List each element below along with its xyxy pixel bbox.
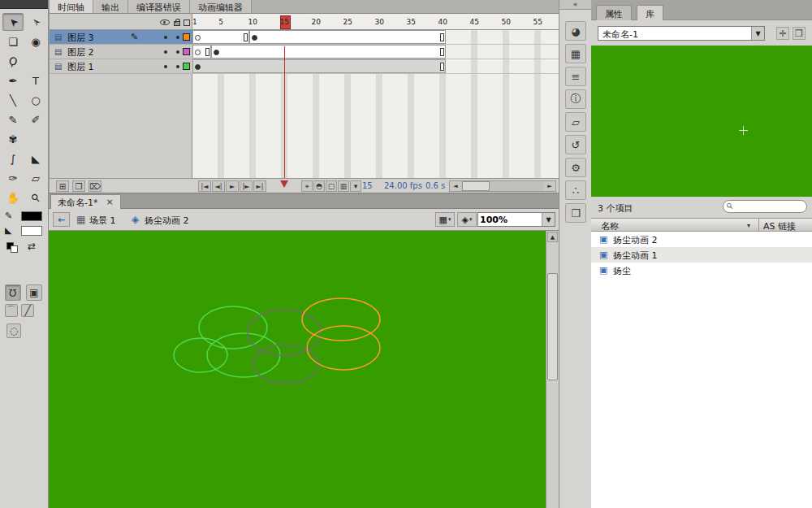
frame-span[interactable] — [211, 45, 446, 59]
eraser-tool[interactable]: ▱ — [25, 169, 46, 187]
bone-tool[interactable]: ∫ — [2, 150, 24, 167]
layer-name[interactable]: 图层 3 — [67, 32, 94, 44]
column-as-linkage[interactable]: AS 链接 — [763, 220, 796, 232]
library-search-input[interactable] — [738, 202, 803, 211]
layer-lock-dot[interactable] — [176, 36, 179, 39]
object-drawing-button[interactable]: ▣ — [26, 284, 42, 301]
library-item-row[interactable]: ▣扬尘 — [591, 263, 812, 278]
stage-scrollbar-thumb[interactable] — [547, 273, 558, 380]
eyedropper-tool[interactable]: ✑ — [2, 169, 24, 187]
zoom-tool[interactable]: ⚲ — [25, 189, 46, 206]
layer-row[interactable]: ▤图层 3✎ — [50, 30, 192, 45]
layer-visibility-dot[interactable] — [164, 50, 167, 54]
layer-outline-color-swatch[interactable] — [183, 33, 190, 41]
column-name[interactable]: 名称 — [601, 220, 619, 232]
pen-tool[interactable]: ✒ — [2, 72, 24, 89]
info-panel-icon[interactable]: ⓘ — [565, 89, 586, 109]
onion-skin-button[interactable]: ◓ — [313, 180, 325, 192]
scrollbar-thumb[interactable] — [462, 181, 490, 191]
lasso-tool[interactable]: Ϙ — [2, 52, 24, 70]
brush-tool[interactable]: ✐ — [25, 111, 46, 128]
fill-color-control[interactable]: ◣ — [3, 224, 45, 237]
gray-ellipse-2[interactable] — [253, 345, 318, 384]
library-document-select[interactable]: 未命名-1 ▼ — [598, 26, 765, 41]
frame-ruler[interactable]: 1510152025303540455055 — [192, 14, 559, 30]
frames-grid[interactable] — [192, 30, 559, 178]
frame-row[interactable] — [192, 59, 559, 74]
library-item-row[interactable]: ▣扬尘动画 1 — [591, 247, 812, 263]
smooth-button[interactable]: ⌒ — [5, 304, 18, 317]
edit-multiple-frames-button[interactable]: ▥ — [338, 180, 349, 192]
lock-all-layers-icon[interactable] — [174, 21, 180, 26]
library-document-dropdown-arrow[interactable]: ▼ — [751, 27, 764, 40]
go-to-first-frame-button[interactable]: |◄ — [198, 180, 211, 192]
frame-span[interactable] — [192, 30, 249, 44]
step-forward-button[interactable]: |► — [240, 180, 253, 192]
new-layer-button[interactable]: ⊞ — [56, 180, 69, 192]
layer-name[interactable]: 图层 2 — [67, 46, 94, 59]
3d-rotation-tool[interactable]: ◉ — [25, 33, 46, 50]
stroke-color-control[interactable]: ✎ — [3, 210, 45, 223]
color-panel-icon[interactable]: ◕ — [565, 21, 586, 41]
line-tool[interactable]: ╲ — [2, 91, 24, 109]
scroll-up-arrow[interactable]: ▲ — [547, 232, 558, 242]
new-library-panel-button[interactable]: ❒ — [793, 27, 806, 40]
green-ellipse-3[interactable] — [174, 338, 227, 372]
timeline-tab-0[interactable]: 时间轴 — [50, 0, 93, 13]
show-hide-all-layers-icon[interactable] — [160, 20, 170, 25]
document-tab[interactable]: 未命名-1* × — [50, 194, 121, 209]
history-panel-icon[interactable]: ↺ — [565, 135, 586, 154]
scroll-left-arrow[interactable]: ◄ — [450, 181, 461, 191]
symbol-breadcrumb[interactable]: 扬尘动画 2 — [145, 215, 189, 227]
tool-option-button[interactable]: ◌ — [6, 323, 21, 338]
green-ellipse-1[interactable] — [199, 306, 267, 349]
stage-vertical-scrollbar[interactable]: ▲ — [546, 231, 559, 508]
layer-row[interactable]: ▤图层 1 — [50, 59, 192, 74]
go-to-last-frame-button[interactable]: ►| — [253, 180, 266, 192]
stroke-color-swatch[interactable] — [21, 211, 42, 221]
back-button[interactable]: ← — [53, 212, 70, 227]
library-item-name[interactable]: 扬尘动画 1 — [613, 250, 658, 262]
layer-outline-color-swatch[interactable] — [183, 48, 190, 55]
deco-tool[interactable]: ✾ — [2, 130, 24, 148]
modify-markers-button[interactable]: ▾ — [350, 180, 361, 192]
onion-skin-outlines-button[interactable]: ▢ — [326, 180, 337, 192]
hand-tool[interactable]: ✋ — [2, 189, 24, 206]
orange-ellipse-2[interactable] — [307, 326, 380, 370]
free-transform-tool[interactable]: ❏ — [2, 33, 24, 50]
align-panel-icon[interactable]: ≡ — [565, 67, 586, 86]
layer-visibility-dot[interactable] — [164, 65, 167, 68]
straighten-button[interactable]: ╱ — [21, 304, 34, 317]
playhead-bottom-marker[interactable] — [280, 180, 288, 188]
playhead-line[interactable] — [284, 46, 285, 178]
library-item-name[interactable]: 扬尘动画 2 — [613, 234, 658, 246]
pin-library-button[interactable]: ✛ — [776, 27, 789, 40]
black-white-button-fill[interactable] — [11, 245, 18, 253]
components-panel-icon[interactable]: ⚙ — [565, 158, 586, 177]
timeline-horizontal-scrollbar[interactable]: ◄ ► — [449, 180, 556, 192]
green-ellipse-2[interactable] — [207, 333, 280, 377]
frame-span[interactable] — [192, 59, 446, 73]
frame-span[interactable] — [249, 30, 446, 44]
delete-layer-button[interactable]: ⌦ — [89, 180, 102, 192]
layer-lock-dot[interactable] — [176, 50, 179, 54]
selection-tool[interactable]: ➤ — [2, 13, 24, 31]
pencil-tool[interactable]: ✎ — [2, 111, 24, 128]
scroll-right-arrow[interactable]: ► — [544, 181, 555, 191]
tools-panel-grip[interactable] — [0, 0, 48, 9]
text-tool[interactable]: T — [25, 72, 46, 89]
tab-library[interactable]: 库 — [637, 5, 663, 20]
close-icon[interactable]: × — [106, 197, 113, 207]
step-back-button[interactable]: ◄| — [212, 180, 225, 192]
project-panel-icon[interactable]: ❒ — [565, 203, 586, 223]
expand-dock-button[interactable]: « — [559, 0, 591, 10]
scene-breadcrumb[interactable]: 场景 1 — [89, 215, 116, 227]
library-item-name[interactable]: 扬尘 — [613, 265, 631, 277]
column-divider[interactable] — [758, 219, 759, 231]
subselection-tool[interactable]: ➢ — [25, 13, 46, 31]
timeline-tab-3[interactable]: 动画编辑器 — [190, 0, 252, 13]
swap-colors-button[interactable]: ⇄ — [28, 241, 36, 252]
center-frame-button[interactable]: ⌖ — [301, 180, 313, 192]
timeline-tab-2[interactable]: 编译器错误 — [128, 0, 190, 13]
swatches-panel-icon[interactable]: ▦ — [565, 44, 586, 63]
